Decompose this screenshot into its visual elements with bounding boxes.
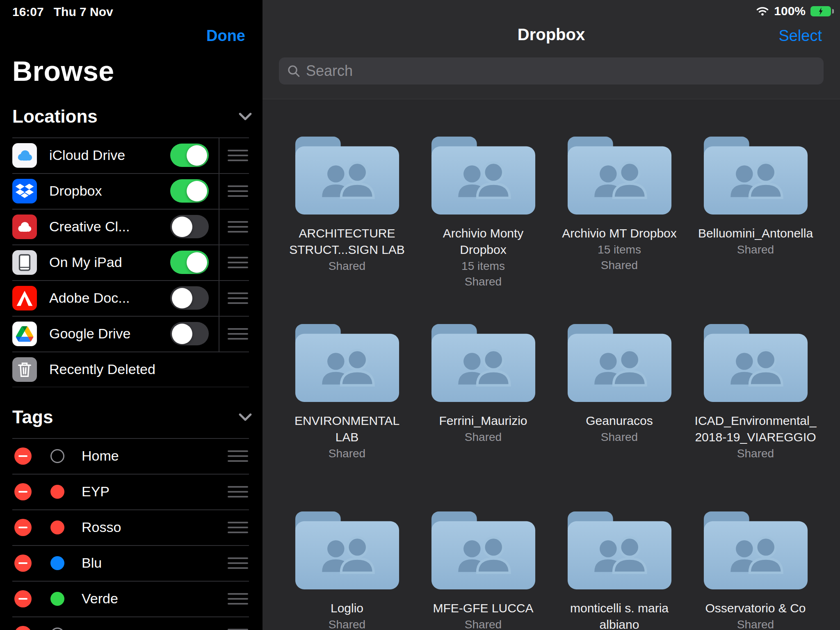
location-label: iCloud Drive — [49, 147, 170, 163]
folder-name: MFE-GFE LUCCA — [433, 600, 533, 616]
shared-folder-icon — [702, 134, 809, 217]
tag-row[interactable]: EYP — [0, 474, 262, 509]
folder-item[interactable]: Archivio Monty Dropbox 15 items Shared — [415, 134, 551, 322]
tag-row[interactable]: Rosso — [0, 509, 262, 545]
location-label: Dropbox — [49, 183, 170, 199]
tag-row[interactable] — [0, 616, 262, 630]
location-visibility-toggle[interactable] — [170, 251, 209, 274]
reorder-handle-icon[interactable] — [228, 450, 248, 462]
row-divider — [219, 244, 219, 280]
tags-section-header[interactable]: Tags — [12, 406, 252, 428]
reorder-handle-icon[interactable] — [228, 522, 248, 533]
folder-item[interactable]: ARCHITECTURE STRUCT...SIGN LAB Shared — [279, 134, 415, 322]
remove-tag-button[interactable] — [14, 626, 32, 630]
reorder-handle-icon[interactable] — [228, 292, 248, 304]
tag-row[interactable]: Home — [0, 438, 262, 474]
folder-item[interactable]: Ferrini_Maurizio Shared — [415, 322, 551, 509]
reorder-handle-icon[interactable] — [228, 150, 248, 161]
tag-color-dot — [50, 449, 64, 463]
tag-color-dot — [50, 556, 64, 570]
shared-folder-icon — [566, 322, 673, 404]
reorder-handle-icon[interactable] — [228, 557, 248, 569]
reorder-handle-icon[interactable] — [228, 328, 248, 340]
tag-color-dot — [50, 520, 64, 534]
folder-name: ICAD_Environmental_2018-19_VIAREGGIO — [694, 413, 817, 445]
location-row[interactable]: On My iPad — [0, 244, 262, 280]
select-button[interactable]: Select — [778, 27, 822, 45]
battery-charging-icon — [810, 6, 831, 16]
status-bar-left: 16:07 Thu 7 Nov — [12, 5, 113, 19]
location-visibility-toggle[interactable] — [170, 215, 209, 238]
shared-folder-icon — [702, 509, 809, 592]
tags-header-label: Tags — [12, 407, 53, 427]
location-visibility-toggle[interactable] — [170, 144, 209, 167]
shared-folder-icon — [294, 322, 401, 404]
location-row[interactable]: Creative Cl... — [0, 209, 262, 244]
location-row[interactable]: Google Drive — [0, 316, 262, 352]
done-button[interactable]: Done — [206, 27, 245, 45]
folder-name: ARCHITECTURE STRUCT...SIGN LAB — [285, 225, 409, 258]
folder-item[interactable]: ICAD_Environmental_2018-19_VIAREGGIO Sha… — [687, 322, 824, 509]
wifi-icon — [756, 6, 769, 16]
reorder-handle-icon[interactable] — [228, 629, 248, 630]
folder-shared-label: Shared — [601, 430, 638, 445]
shared-folder-icon — [566, 509, 673, 592]
folder-item[interactable]: monticelli s. maria albiano Shared — [551, 509, 687, 630]
location-row[interactable]: Dropbox — [0, 173, 262, 209]
shared-folder-icon — [430, 509, 537, 592]
row-divider — [219, 173, 219, 209]
folder-item[interactable]: Loglio Shared — [279, 509, 415, 630]
folder-item[interactable]: Belluomini_Antonella Shared — [687, 134, 824, 322]
toggle-knob — [187, 181, 207, 201]
dropbox-content-pane: 100% Dropbox Select Search — [262, 0, 840, 630]
locations-section-header[interactable]: Locations — [12, 105, 252, 128]
folder-item[interactable]: Geanuracos Shared — [551, 322, 687, 509]
remove-tag-button[interactable] — [14, 590, 32, 607]
reorder-handle-icon[interactable] — [228, 221, 248, 233]
folder-item[interactable]: ENVIRONMENTAL LAB Shared — [279, 322, 415, 509]
tag-label: EYP — [82, 484, 219, 500]
folder-item[interactable]: MFE-GFE LUCCA Shared — [415, 509, 551, 630]
tag-label: Rosso — [82, 519, 219, 535]
shared-folder-icon — [566, 134, 673, 217]
location-row[interactable]: iCloud Drive — [0, 137, 262, 173]
folder-shared-label: Shared — [329, 446, 365, 461]
location-label: Adobe Doc... — [49, 290, 170, 306]
search-placeholder: Search — [306, 62, 353, 80]
reorder-handle-icon[interactable] — [228, 486, 248, 498]
folder-shared-label: Shared — [465, 430, 502, 445]
location-label: Google Drive — [49, 326, 170, 342]
remove-tag-button[interactable] — [14, 519, 32, 536]
shared-folder-icon — [702, 322, 809, 404]
shared-folder-icon — [430, 322, 537, 404]
search-input[interactable]: Search — [279, 57, 824, 84]
folder-shared-label: Shared — [465, 617, 502, 630]
status-bar-right: 100% — [756, 4, 831, 18]
folder-item-count: 15 items — [461, 259, 505, 274]
page-title: Dropbox — [262, 25, 840, 44]
folder-item[interactable]: Archivio MT Dropbox 15 items Shared — [551, 134, 687, 322]
folder-shared-label: Shared — [601, 258, 638, 273]
folder-item[interactable]: Osservatorio & Co Shared — [687, 509, 824, 630]
folder-shared-label: Shared — [329, 259, 365, 274]
tag-row[interactable]: Verde — [0, 581, 262, 616]
location-visibility-toggle[interactable] — [170, 179, 209, 203]
trash-icon — [12, 357, 37, 382]
location-visibility-toggle[interactable] — [170, 322, 209, 345]
location-visibility-toggle[interactable] — [170, 286, 209, 310]
toggle-knob — [187, 145, 207, 166]
location-row[interactable]: Adobe Doc... — [0, 280, 262, 316]
remove-tag-button[interactable] — [14, 483, 32, 500]
reorder-handle-icon[interactable] — [228, 185, 248, 197]
tag-row[interactable]: Blu — [0, 545, 262, 581]
reorder-handle-icon[interactable] — [228, 257, 248, 268]
remove-tag-button[interactable] — [14, 555, 32, 572]
folder-name: Ferrini_Maurizio — [439, 413, 527, 429]
location-label: Recently Deleted — [49, 361, 262, 377]
reorder-handle-icon[interactable] — [228, 593, 248, 605]
tag-label: Blu — [82, 555, 219, 571]
remove-tag-button[interactable] — [14, 447, 32, 465]
folder-name: monticelli s. maria albiano — [558, 600, 681, 630]
location-row[interactable]: Recently Deleted — [0, 352, 262, 387]
status-time: 16:07 — [12, 5, 44, 19]
